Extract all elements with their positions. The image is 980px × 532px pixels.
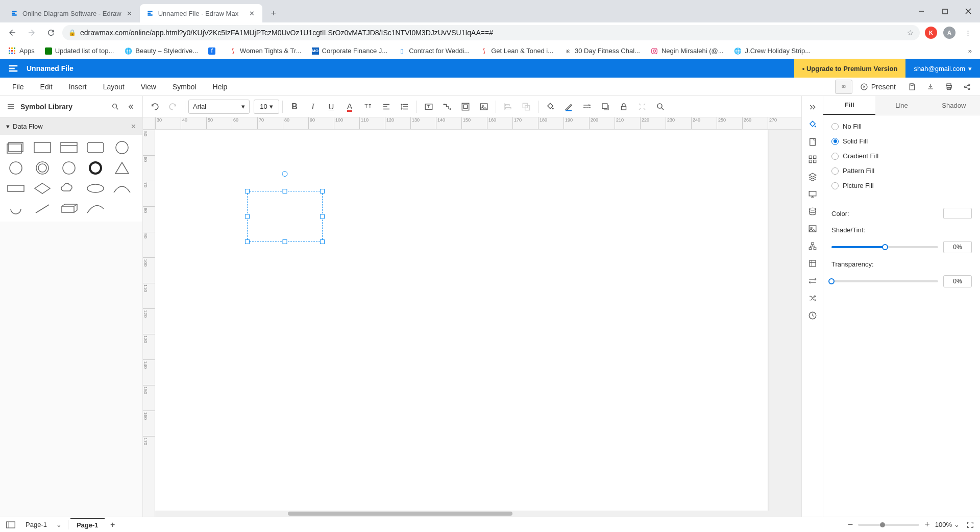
bookmark-item[interactable]: 🌐Beauty – Styledrive... (120, 45, 202, 57)
shape-3d-rect[interactable] (57, 200, 81, 217)
shape-diamond[interactable] (31, 180, 54, 197)
upgrade-button[interactable]: • Upgrade to Premium Version (794, 59, 906, 78)
collapse-right-panel-button[interactable] (804, 99, 821, 115)
selected-shape[interactable] (247, 191, 323, 242)
fill-option-pattern-fill[interactable]: Pattern Fill (831, 167, 972, 175)
font-select[interactable]: Arial▾ (188, 100, 250, 114)
page-tab[interactable]: Page-1 (70, 518, 105, 531)
data-panel-icon[interactable] (804, 203, 821, 220)
menu-insert[interactable]: Insert (61, 78, 95, 95)
resize-handle-sw[interactable] (245, 239, 250, 244)
shape-circle-bold[interactable] (84, 159, 107, 177)
resize-handle-w[interactable] (245, 214, 250, 219)
save-button[interactable] (903, 80, 921, 94)
ruler-horizontal[interactable]: 3040506070809010011012013014015016017018… (155, 117, 801, 130)
bookmark-item[interactable]: Negin Mirsalehi (@... (646, 45, 728, 57)
history-panel-icon[interactable] (804, 307, 821, 324)
reload-button[interactable] (43, 25, 59, 41)
shuffle-panel-icon[interactable] (804, 290, 821, 306)
document-title[interactable]: Unnamed File (27, 64, 74, 72)
edraw-logo-icon[interactable] (6, 61, 20, 76)
page-panel-icon[interactable] (804, 134, 821, 150)
user-menu[interactable]: shah@gmail.com▾ (905, 65, 980, 72)
menu-view[interactable]: View (133, 78, 164, 95)
category-header[interactable]: ▾Data Flow ✕ (0, 117, 142, 135)
tab-line[interactable]: Line (875, 96, 927, 115)
line-spacing-button[interactable] (396, 98, 413, 115)
redo-button[interactable] (164, 98, 182, 115)
search-canvas-button[interactable] (652, 98, 669, 115)
align-objects-button[interactable] (499, 98, 517, 115)
fill-option-no-fill[interactable]: No Fill (831, 123, 972, 130)
canvas[interactable] (155, 130, 801, 517)
connector-button[interactable] (438, 98, 456, 115)
fill-option-picture-fill[interactable]: Picture Fill (831, 182, 972, 189)
close-icon[interactable]: ✕ (126, 9, 134, 17)
shape-multirect[interactable] (4, 139, 28, 156)
back-button[interactable] (4, 25, 20, 41)
export-button[interactable] (922, 80, 939, 94)
scrollbar-thumb[interactable] (288, 512, 512, 516)
layers-panel-icon[interactable] (804, 168, 821, 185)
transparency-slider[interactable] (831, 280, 938, 282)
text-case-button[interactable]: T (359, 98, 377, 115)
rotation-handle[interactable] (282, 171, 288, 177)
bookmark-item[interactable]: ⨳30 Day Fitness Chal... (559, 45, 644, 57)
bookmark-item[interactable]: f (204, 45, 223, 57)
minimize-button[interactable] (910, 3, 933, 19)
settings-button[interactable] (633, 98, 651, 115)
shape-rectangle[interactable] (31, 139, 54, 156)
container-button[interactable] (457, 98, 474, 115)
image-button[interactable] (475, 98, 493, 115)
profile-avatar[interactable]: A (941, 25, 958, 41)
bookmark-item[interactable]: MOCorporate Finance J... (308, 45, 392, 57)
forward-button[interactable] (23, 25, 40, 41)
color-swatch[interactable] (943, 208, 972, 219)
fill-panel-icon[interactable] (804, 116, 821, 133)
maximize-button[interactable] (933, 3, 957, 19)
resize-handle-e[interactable] (320, 214, 325, 219)
zoom-slider-knob[interactable] (880, 522, 885, 527)
distribute-panel-icon[interactable] (804, 273, 821, 289)
line-style-button[interactable] (578, 98, 596, 115)
shape-ellipse[interactable] (84, 180, 107, 197)
shade-value[interactable]: 0% (943, 241, 972, 253)
fill-color-button[interactable] (542, 98, 559, 115)
menu-file[interactable]: File (4, 78, 32, 95)
resize-handle-se[interactable] (320, 239, 325, 244)
bold-button[interactable]: B (286, 98, 303, 115)
close-category-icon[interactable]: ✕ (131, 123, 136, 130)
bookmark-item[interactable]: ⟆Get Lean & Toned i... (476, 45, 557, 57)
horizontal-scrollbar[interactable] (155, 511, 801, 517)
menu-edit[interactable]: Edit (32, 78, 61, 95)
ruler-vertical[interactable]: 5060708090100110120130140150160170 (143, 130, 155, 517)
close-window-button[interactable] (957, 3, 980, 19)
zoom-in-button[interactable]: + (924, 519, 930, 530)
browser-tab[interactable]: Unnamed File - Edraw Max ✕ (140, 4, 262, 22)
shape-semicircle[interactable] (4, 200, 28, 217)
undo-button[interactable] (146, 98, 163, 115)
extension-icon[interactable]: K (923, 25, 939, 41)
resize-handle-ne[interactable] (320, 189, 325, 194)
zoom-out-button[interactable]: − (848, 519, 853, 530)
shape-triangle[interactable] (110, 159, 134, 177)
collapse-sidebar-button[interactable] (125, 101, 136, 112)
zoom-percentage[interactable]: 100%⌄ (935, 521, 960, 528)
line-color-button[interactable] (560, 98, 577, 115)
resize-handle-s[interactable] (283, 239, 287, 244)
new-tab-button[interactable]: + (266, 6, 281, 20)
fill-option-gradient-fill[interactable]: Gradient Fill (831, 152, 972, 160)
shade-slider[interactable] (831, 246, 938, 248)
search-library-button[interactable] (110, 101, 121, 112)
tab-shadow[interactable]: Shadow (928, 96, 980, 115)
tree-panel-icon[interactable] (804, 238, 821, 254)
align-text-button[interactable] (378, 98, 395, 115)
browser-tab[interactable]: Online Diagram Software - Edraw ✕ (4, 4, 140, 22)
shape-rect-flat[interactable] (4, 180, 28, 197)
bookmark-apps[interactable]: Apps (4, 45, 39, 57)
grid-panel-icon[interactable] (804, 151, 821, 167)
present-button[interactable]: Present (853, 80, 902, 94)
shape-arc[interactable] (110, 180, 134, 197)
lock-button[interactable] (615, 98, 632, 115)
fill-option-solid-fill[interactable]: Solid Fill (831, 137, 972, 145)
